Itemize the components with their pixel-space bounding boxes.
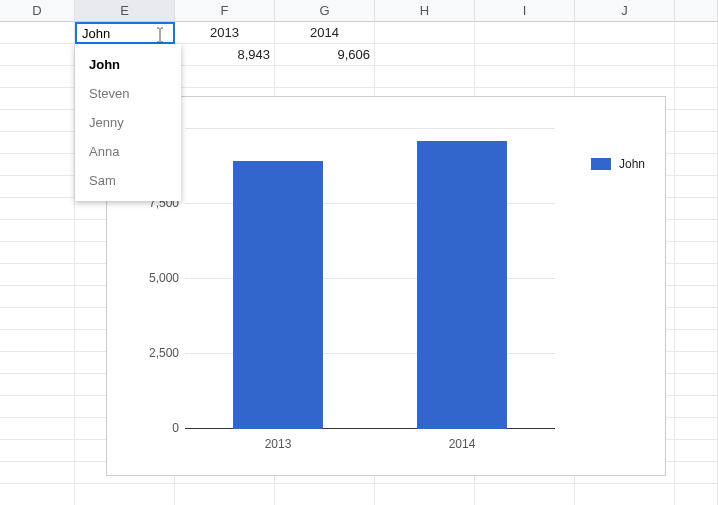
cell-blank[interactable] [0, 484, 75, 505]
cell-blank[interactable] [0, 308, 75, 330]
cell-blank[interactable] [675, 396, 718, 418]
cell-blank[interactable] [675, 220, 718, 242]
cell-blank[interactable] [0, 330, 75, 352]
cell-blank[interactable] [675, 484, 718, 505]
cell-blank[interactable] [675, 352, 718, 374]
chart-gridline [185, 128, 555, 129]
cell-blank[interactable] [175, 66, 275, 88]
chart-bar [233, 161, 323, 429]
cell-blank[interactable] [275, 484, 375, 505]
dropdown-item[interactable]: Anna [75, 137, 181, 166]
col-header-D[interactable]: D [0, 0, 75, 22]
cell-blank[interactable] [675, 110, 718, 132]
legend-swatch [591, 158, 611, 170]
cell-blank[interactable] [675, 418, 718, 440]
dropdown-item[interactable]: Steven [75, 79, 181, 108]
cell-blank[interactable] [675, 198, 718, 220]
cell-blank[interactable] [0, 242, 75, 264]
cell-rest[interactable] [675, 22, 718, 44]
table-row [0, 484, 718, 505]
cell-F2[interactable]: 8,943 [175, 44, 275, 66]
cell-blank[interactable] [675, 176, 718, 198]
cell-G1[interactable]: 2014 [275, 22, 375, 44]
chart-legend: John [591, 157, 645, 171]
cell-blank[interactable] [0, 352, 75, 374]
col-header-G[interactable]: G [275, 0, 375, 22]
cell-D2[interactable] [0, 44, 75, 66]
cell-blank[interactable] [0, 198, 75, 220]
y-tick-label: 5,000 [127, 271, 179, 285]
chart-bar [417, 141, 507, 429]
cell-J2[interactable] [575, 44, 675, 66]
cell-blank[interactable] [0, 396, 75, 418]
cell-H1[interactable] [375, 22, 475, 44]
cell-blank[interactable] [675, 374, 718, 396]
cell-blank[interactable] [0, 286, 75, 308]
cell-blank[interactable] [0, 220, 75, 242]
cell-blank[interactable] [375, 66, 475, 88]
validation-dropdown[interactable]: John Steven Jenny Anna Sam [75, 44, 181, 201]
cell-blank[interactable] [0, 88, 75, 110]
cell-blank[interactable] [675, 132, 718, 154]
cell-blank[interactable] [675, 264, 718, 286]
cell-blank[interactable] [475, 484, 575, 505]
cell-blank[interactable] [0, 132, 75, 154]
chart-plot-area: 0 7,500 5,000 2,500 0 2013 2014 [185, 129, 555, 429]
legend-label: John [619, 157, 645, 171]
cell-blank[interactable] [0, 176, 75, 198]
cell-blank[interactable] [675, 66, 718, 88]
cell-D1[interactable] [0, 22, 75, 44]
cell-blank[interactable] [275, 66, 375, 88]
cell-blank[interactable] [0, 440, 75, 462]
cell-blank[interactable] [0, 66, 75, 88]
cell-blank[interactable] [175, 484, 275, 505]
cell-blank[interactable] [75, 484, 175, 505]
col-header-E[interactable]: E [75, 0, 175, 22]
cell-F1[interactable]: 2013 [175, 22, 275, 44]
cell-I2[interactable] [475, 44, 575, 66]
cell-blank[interactable] [675, 154, 718, 176]
col-header-rest [675, 0, 718, 22]
x-tick-label: 2013 [233, 437, 323, 451]
dropdown-item[interactable]: Jenny [75, 108, 181, 137]
x-tick-label: 2014 [417, 437, 507, 451]
cell-blank[interactable] [575, 484, 675, 505]
col-header-J[interactable]: J [575, 0, 675, 22]
cell-G2[interactable]: 9,606 [275, 44, 375, 66]
cell-blank[interactable] [0, 264, 75, 286]
column-header-row: D E F G H I J [0, 0, 718, 22]
cell-blank[interactable] [375, 484, 475, 505]
dropdown-item[interactable]: John [75, 50, 181, 79]
cell-blank[interactable] [475, 66, 575, 88]
cell-blank[interactable] [675, 242, 718, 264]
cell-blank[interactable] [0, 462, 75, 484]
col-header-H[interactable]: H [375, 0, 475, 22]
cell-blank[interactable] [0, 110, 75, 132]
cell-editor[interactable] [75, 22, 175, 44]
bar-chart[interactable]: 0 7,500 5,000 2,500 0 2013 2014 John [106, 96, 666, 476]
cell-blank[interactable] [0, 374, 75, 396]
cell-editor-input[interactable] [80, 25, 150, 42]
spreadsheet-grid: D E F G H I J 2013 2014 8,943 9,606 [0, 0, 718, 505]
cell-blank[interactable] [575, 66, 675, 88]
cell-blank[interactable] [675, 462, 718, 484]
cell-J1[interactable] [575, 22, 675, 44]
cell-H2[interactable] [375, 44, 475, 66]
cell-blank[interactable] [0, 154, 75, 176]
cell-blank[interactable] [0, 418, 75, 440]
cell-blank[interactable] [675, 440, 718, 462]
cell-rest[interactable] [675, 44, 718, 66]
cell-I1[interactable] [475, 22, 575, 44]
dropdown-item[interactable]: Sam [75, 166, 181, 195]
y-tick-label: 0 [127, 421, 179, 435]
cell-blank[interactable] [675, 308, 718, 330]
y-tick-label: 2,500 [127, 346, 179, 360]
cell-blank[interactable] [675, 330, 718, 352]
cell-blank[interactable] [675, 88, 718, 110]
col-header-I[interactable]: I [475, 0, 575, 22]
cell-blank[interactable] [675, 286, 718, 308]
col-header-F[interactable]: F [175, 0, 275, 22]
